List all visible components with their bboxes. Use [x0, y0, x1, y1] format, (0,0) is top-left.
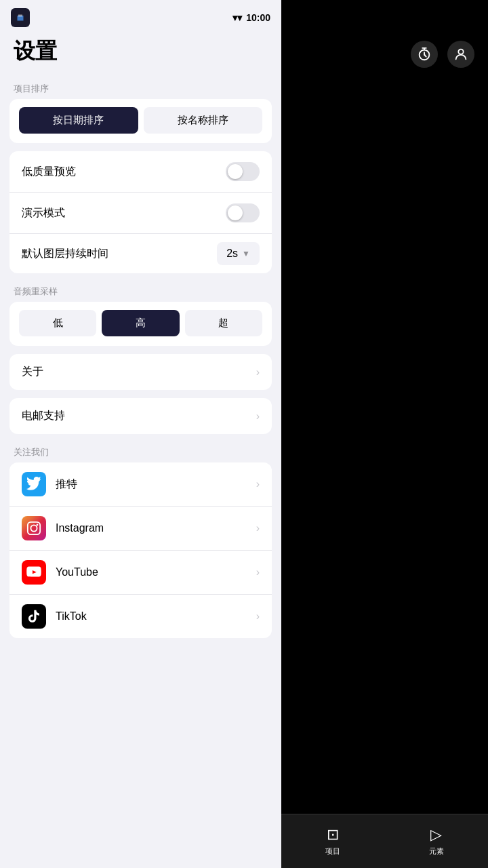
svg-rect-1 — [28, 522, 40, 534]
audio-resample-label: 音频重采样 — [0, 281, 281, 302]
low-quality-preview-row: 低质量预览 — [9, 151, 272, 193]
instagram-icon — [22, 516, 46, 540]
youtube-icon — [22, 560, 46, 585]
projects-tab-icon: ⊡ — [327, 826, 339, 844]
demo-mode-toggle[interactable] — [226, 203, 260, 222]
about-label: 关于 — [22, 365, 43, 379]
instagram-row-left: Instagram — [22, 516, 104, 540]
twitter-row[interactable]: 推特 › — [9, 462, 272, 507]
elements-tab-icon: ▷ — [430, 826, 442, 844]
sort-section-card: 按日期排序 按名称排序 — [9, 99, 272, 143]
elements-tab-label: 元素 — [429, 846, 444, 856]
default-layer-duration-select[interactable]: 2s ▼ — [217, 242, 260, 265]
right-panel: ⊡ 项目 ▷ 元素 — [281, 0, 488, 868]
default-layer-duration-label: 默认图层持续时间 — [22, 247, 108, 261]
app-icon — [11, 8, 30, 27]
low-quality-preview-label: 低质量预览 — [22, 165, 76, 179]
default-layer-duration-row: 默认图层持续时间 2s ▼ — [9, 234, 272, 273]
sort-section-label: 项目排序 — [0, 79, 281, 99]
demo-mode-row: 演示模式 — [9, 193, 272, 234]
time-display: 10:00 — [246, 12, 270, 23]
default-layer-duration-value: 2s — [226, 248, 238, 260]
quality-high-button[interactable]: 高 — [102, 310, 179, 336]
toggle-section-card: 低质量预览 演示模式 默认图层持续时间 2s ▼ — [9, 151, 272, 273]
tiktok-chevron-icon: › — [256, 610, 260, 623]
tiktok-row[interactable]: TikTok › — [9, 595, 272, 638]
email-support-row[interactable]: 电邮支持 › — [9, 398, 272, 434]
twitter-row-left: 推特 — [22, 472, 77, 496]
profile-icon-button[interactable] — [447, 41, 474, 68]
svg-point-3 — [37, 524, 39, 526]
right-top-icons — [411, 41, 474, 68]
youtube-chevron-icon: › — [256, 566, 260, 578]
sort-by-date-button[interactable]: 按日期排序 — [19, 107, 138, 134]
youtube-row-left: YouTube — [22, 560, 98, 585]
svg-point-2 — [30, 525, 37, 531]
timer-icon-button[interactable] — [411, 41, 438, 68]
about-card: 关于 › — [9, 354, 272, 390]
page-title: 设置 — [0, 30, 281, 79]
settings-panel: ▾▾ 10:00 设置 项目排序 按日期排序 按名称排序 低质量预览 演示模式 … — [0, 0, 281, 868]
status-right: ▾▾ 10:00 — [232, 12, 270, 23]
right-bottom-tabs: ⊡ 项目 ▷ 元素 — [281, 814, 488, 868]
projects-tab[interactable]: ⊡ 项目 — [281, 814, 385, 868]
elements-tab[interactable]: ▷ 元素 — [385, 814, 489, 868]
about-row-left: 关于 — [22, 365, 43, 379]
quality-buttons-container: 低 高 超 — [9, 302, 272, 346]
quality-ultra-button[interactable]: 超 — [185, 310, 262, 336]
sort-buttons-container: 按日期排序 按名称排序 — [9, 99, 272, 143]
quality-low-button[interactable]: 低 — [19, 310, 96, 336]
twitter-chevron-icon: › — [256, 478, 260, 490]
twitter-label: 推特 — [56, 477, 77, 492]
email-support-card: 电邮支持 › — [9, 398, 272, 434]
email-support-row-left: 电邮支持 — [22, 409, 65, 423]
email-support-chevron-icon: › — [256, 410, 260, 422]
status-bar: ▾▾ 10:00 — [0, 0, 281, 30]
email-support-label: 电邮支持 — [22, 409, 65, 423]
chevron-down-icon: ▼ — [242, 249, 250, 258]
projects-tab-label: 项目 — [325, 846, 340, 856]
instagram-chevron-icon: › — [256, 522, 260, 534]
sort-by-name-button[interactable]: 按名称排序 — [144, 107, 263, 134]
tiktok-icon — [22, 604, 46, 629]
svg-point-5 — [458, 50, 463, 54]
youtube-label: YouTube — [56, 566, 98, 578]
tiktok-row-left: TikTok — [22, 604, 87, 629]
follow-us-card: 推特 › Instagram › — [9, 462, 272, 638]
demo-mode-label: 演示模式 — [22, 206, 65, 220]
status-left — [11, 8, 30, 27]
instagram-row[interactable]: Instagram › — [9, 507, 272, 551]
wifi-icon: ▾▾ — [232, 12, 242, 23]
about-row[interactable]: 关于 › — [9, 354, 272, 390]
instagram-label: Instagram — [56, 522, 104, 534]
low-quality-preview-toggle[interactable] — [226, 162, 260, 181]
twitter-icon — [22, 472, 46, 496]
youtube-row[interactable]: YouTube › — [9, 551, 272, 595]
about-chevron-icon: › — [256, 366, 260, 378]
audio-resample-card: 低 高 超 — [9, 302, 272, 346]
follow-us-label: 关注我们 — [0, 442, 281, 462]
tiktok-label: TikTok — [56, 610, 87, 623]
